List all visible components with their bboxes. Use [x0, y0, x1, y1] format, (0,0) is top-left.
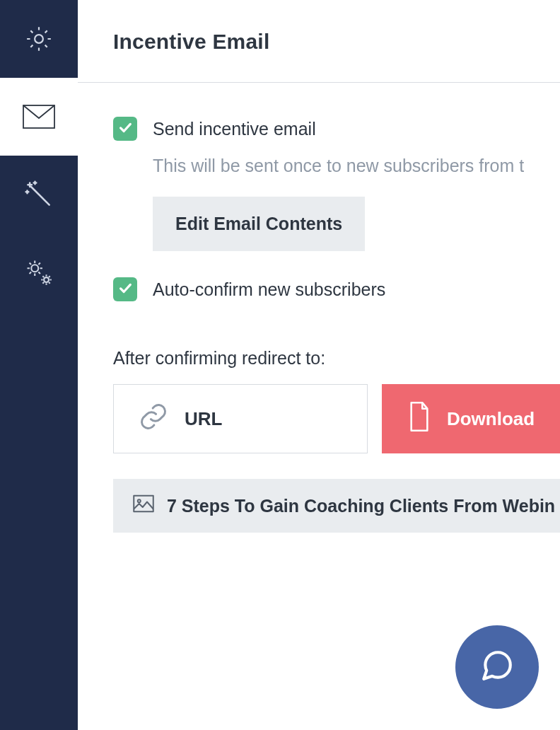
send-incentive-description: This will be sent once to new subscriber… [153, 153, 560, 178]
label-send-incentive: Send incentive email [153, 119, 316, 139]
envelope-icon [23, 105, 55, 129]
redirect-options: URL Download [113, 384, 560, 453]
redirect-download-label: Download [447, 408, 535, 430]
option-send-incentive: Send incentive email [113, 117, 560, 141]
sidebar-item-wand[interactable] [0, 156, 78, 233]
check-icon [117, 120, 133, 138]
svg-point-2 [31, 265, 38, 272]
svg-point-5 [138, 499, 141, 502]
redirect-url-button[interactable]: URL [113, 384, 368, 453]
svg-point-3 [44, 277, 49, 282]
redirect-download-button[interactable]: Download [382, 384, 560, 453]
sidebar-item-email[interactable] [0, 78, 78, 156]
redirect-url-label: URL [185, 408, 222, 430]
link-icon [138, 401, 169, 437]
sidebar [0, 0, 78, 730]
chat-icon [479, 648, 515, 686]
send-incentive-sub: This will be sent once to new subscriber… [153, 153, 560, 251]
gear-icon [23, 23, 54, 54]
redirect-label: After confirming redirect to: [113, 348, 560, 369]
edit-email-contents-button[interactable]: Edit Email Contents [153, 197, 365, 251]
check-icon [117, 280, 133, 299]
gears-icon [23, 256, 55, 289]
wand-icon [23, 179, 54, 210]
chat-fab[interactable] [455, 625, 539, 709]
sidebar-item-advanced[interactable] [0, 233, 78, 311]
checkbox-send-incentive[interactable] [113, 117, 137, 141]
page-title: Incentive Email [113, 30, 525, 54]
file-icon [407, 401, 431, 437]
page-header: Incentive Email [78, 0, 560, 83]
main-panel: Incentive Email Send incentive email Thi… [78, 0, 560, 730]
checkbox-auto-confirm[interactable] [113, 277, 137, 301]
selected-file-row[interactable]: 7 Steps To Gain Coaching Clients From We… [113, 479, 560, 533]
label-auto-confirm: Auto-confirm new subscribers [153, 279, 385, 300]
svg-point-0 [35, 35, 43, 43]
image-icon [133, 494, 154, 517]
sidebar-item-settings[interactable] [0, 0, 78, 78]
option-auto-confirm: Auto-confirm new subscribers [113, 277, 560, 301]
svg-rect-4 [134, 496, 153, 512]
selected-file-name: 7 Steps To Gain Coaching Clients From We… [167, 496, 555, 516]
